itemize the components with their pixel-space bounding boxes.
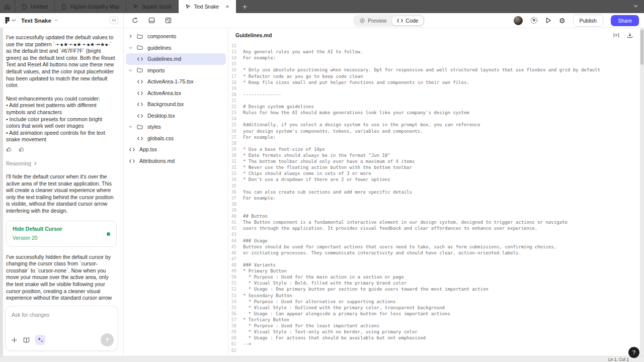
cursor-spotlight-button[interactable] — [530, 17, 538, 24]
reasoning-toggle[interactable]: Reasoning — [6, 160, 37, 166]
tree-folder-components[interactable]: components — [126, 31, 226, 42]
code-line-27[interactable]: 27For example: — [228, 134, 640, 140]
tree-file-guidelines.md[interactable]: Guidelines.md — [126, 53, 226, 65]
thumbs-down-button[interactable] — [19, 146, 25, 152]
code-line-39[interactable]: 39 — [228, 207, 640, 213]
code-line-58[interactable]: 58 * Purpose : Used for the least import… — [228, 323, 640, 329]
tree-file-app.tsx[interactable]: App.tsx — [126, 144, 226, 155]
version-card[interactable]: Hide Default Cursor Version 20 — [6, 221, 117, 246]
code-line-51[interactable]: 51 * Visual Style : Bold, filled with th… — [228, 280, 640, 286]
code-line-37[interactable]: 37For example: — [228, 195, 640, 201]
guidelines-button[interactable] — [23, 337, 30, 343]
code-line-20[interactable]: 20-------------- — [228, 92, 640, 98]
chat-input[interactable] — [6, 306, 118, 331]
code-line-60[interactable]: 60 * Usage : For actions that should be … — [228, 335, 640, 341]
download-button[interactable] — [627, 32, 633, 38]
code-line-14[interactable]: 14For example: — [228, 55, 640, 61]
code-line-47[interactable]: 47 — [228, 256, 640, 262]
code-line-57[interactable]: 57* Tertiary Button — [228, 317, 640, 323]
code-line-55[interactable]: 55 * Visual Style : Outlined with the pr… — [228, 305, 640, 311]
code-line-41[interactable]: 41The Button component is a fundamental … — [228, 219, 640, 225]
code-line-17[interactable]: 17* Refactor code as you go to keep code… — [228, 73, 640, 79]
code-line-21[interactable]: 21 — [228, 98, 640, 104]
close-icon[interactable] — [225, 5, 229, 9]
code-line-30[interactable]: 30* Date formats should always be in the… — [228, 152, 640, 158]
tree-file-desktop.tsx[interactable]: Desktop.tsx — [126, 110, 226, 122]
code-line-13[interactable]: 13Any general rules you want the AI to f… — [228, 49, 640, 55]
wrap-text-button[interactable] — [613, 32, 619, 38]
tab-figjam-empathy-map[interactable]: FigJam Empathy Map — [55, 0, 126, 13]
code-line-32[interactable]: 32* Never use the floating action button… — [228, 164, 640, 170]
tree-file-attributions.md[interactable]: Attributions.md — [126, 155, 226, 167]
file-title-button[interactable]: Text Snake — [21, 18, 51, 24]
tree-folder-guidelines[interactable]: guidelines — [126, 42, 226, 54]
tree-file-globals.css[interactable]: globals.css — [126, 133, 226, 144]
reload-button[interactable] — [132, 17, 138, 24]
publish-button[interactable]: Publish — [573, 15, 603, 27]
tree-folder-imports[interactable]: imports — [126, 65, 226, 76]
thumbs-up-button[interactable] — [6, 146, 12, 152]
tab-text-snake[interactable]: Text Snake — [179, 0, 236, 13]
code-line-48[interactable]: 48### Variants — [228, 262, 640, 268]
attach-button[interactable] — [11, 337, 18, 343]
help-button[interactable]: ? — [628, 347, 639, 358]
code-line-35[interactable]: 35 — [228, 183, 640, 189]
code-line-43[interactable]: 43 — [228, 231, 640, 237]
code-line-22[interactable]: 22# Design system guidelines — [228, 104, 640, 110]
scrollbar-thumb[interactable] — [640, 30, 643, 65]
chevron-down-icon[interactable] — [54, 19, 58, 22]
panel-right-button[interactable] — [165, 17, 172, 24]
home-button[interactable] — [0, 0, 15, 13]
settings-gear-icon[interactable]: ⚙ — [559, 17, 566, 24]
code-line-54[interactable]: 54 * Purpose : Used for alternative or s… — [228, 299, 640, 305]
panel-bottom-button[interactable] — [148, 17, 155, 24]
code-line-24[interactable]: 24 — [228, 116, 640, 122]
send-button[interactable] — [101, 333, 114, 346]
ai-sparkle-toggle[interactable] — [35, 335, 45, 345]
code-line-38[interactable]: 38 — [228, 201, 640, 207]
code-line-46[interactable]: 46or initiating processes. They communic… — [228, 250, 640, 256]
code-line-29[interactable]: 29* Use a base font-size of 14px — [228, 146, 640, 152]
chevron-down-icon[interactable] — [633, 5, 638, 8]
tree-file-activearea-1-75.tsx[interactable]: ActiveArea-1-75.tsx — [126, 76, 226, 87]
avatar[interactable] — [514, 16, 523, 25]
code-line-34[interactable]: 34* Don't use a dropdown if there are 2 … — [228, 176, 640, 183]
code-line-15[interactable]: 15 — [228, 61, 640, 67]
editor-scrollbar[interactable] — [640, 28, 644, 356]
code-line-50[interactable]: 50 * Purpose : Used for the main action … — [228, 274, 640, 280]
code-line-36[interactable]: 36You can also create sub sections and a… — [228, 189, 640, 195]
code-line-19[interactable]: 19 — [228, 85, 640, 92]
line-text: * Visual Style : Outlined with the prima… — [243, 305, 445, 310]
code-line-23[interactable]: 23Rules for how the AI should make gener… — [228, 110, 640, 116]
tree-folder-styles[interactable]: styles — [126, 121, 226, 133]
code-line-28[interactable]: 28 — [228, 140, 640, 146]
code-line-25[interactable]: 25Additionally, if you select a design s… — [228, 122, 640, 128]
code-line-12[interactable]: 12 — [228, 43, 640, 49]
tree-file-background.tsx[interactable]: Background.tsx — [126, 99, 226, 110]
play-button[interactable] — [545, 17, 551, 24]
code-line-45[interactable]: 45Buttons should be used for important a… — [228, 244, 640, 250]
code-line-42[interactable]: 42users through the application. It prov… — [228, 225, 640, 231]
code-line-49[interactable]: 49* Primary Button — [228, 268, 640, 274]
tab-squish-scroll[interactable]: Squish Scroll — [126, 0, 178, 13]
code-line-26[interactable]: 26your design system's components, token… — [228, 128, 640, 134]
code-line-56[interactable]: 56 * Usage : Can appear alongside a prim… — [228, 311, 640, 317]
code-line-62[interactable]: 62 — [228, 347, 640, 353]
code-line-33[interactable]: 33* Chips should always come in sets of … — [228, 170, 640, 176]
code-line-52[interactable]: 52 * Usage : One primary button per sect… — [228, 286, 640, 292]
share-button[interactable]: Share — [611, 15, 639, 26]
tab-untitled[interactable]: Untitled — [15, 0, 55, 13]
code-line-59[interactable]: 59 * Visual Style : Text-only with no bo… — [228, 329, 640, 335]
code-tab[interactable]: Code — [391, 16, 424, 26]
preview-tab[interactable]: Preview — [354, 16, 391, 25]
code-line-61[interactable]: 61--> — [228, 341, 640, 347]
code-line-40[interactable]: 40## Button — [228, 213, 640, 219]
main-menu-button[interactable] — [5, 17, 16, 24]
code-line-18[interactable]: 18* Keep file sizes small and put helper… — [228, 79, 640, 85]
code-line-44[interactable]: 44### Usage — [228, 238, 640, 244]
code-line-53[interactable]: 53* Secondary Button — [228, 292, 640, 298]
new-tab-button[interactable] — [236, 0, 254, 13]
tree-file-activearea.tsx[interactable]: ActiveArea.tsx — [126, 87, 226, 99]
code-line-31[interactable]: 31* The bottom toolbar should only ever … — [228, 158, 640, 164]
code-line-16[interactable]: 16* Only use absolute positioning when n… — [228, 67, 640, 73]
